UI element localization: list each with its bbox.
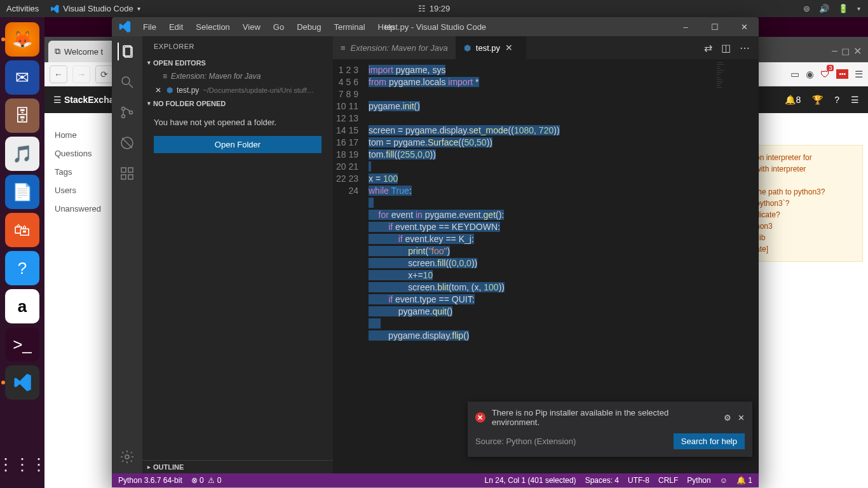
ubuntu-dock: 🦊 ✉ 🗄 🎵 📄 🛍 ? a >_ ⋮⋮⋮	[0, 17, 44, 488]
reload-button[interactable]: ⟳	[95, 65, 113, 83]
minimap[interactable]: ▬▬▬▬▬▬▬▬▬▬▬▬▬▬▬▬▬▬▬▬▬▬▬▬▬▬▬▬▬▬▬▬▬▬▬▬▬▬▬▬…	[714, 59, 759, 148]
maximize-icon[interactable]: ◻	[841, 45, 850, 57]
status-eol[interactable]: CRLF	[658, 476, 678, 485]
app-name-label: Visual Studio Code	[63, 4, 133, 13]
split-icon[interactable]: ◫	[721, 42, 731, 54]
status-language[interactable]: Python	[687, 476, 710, 485]
vscode-launcher[interactable]	[5, 365, 39, 400]
activities-button[interactable]: Activities	[6, 4, 39, 13]
status-cursor[interactable]: Ln 24, Col 1 (401 selected)	[485, 476, 576, 485]
menu-terminal[interactable]: Terminal	[328, 20, 370, 34]
pocket-icon[interactable]: ◉	[806, 69, 814, 80]
extensions-icon[interactable]	[118, 165, 136, 182]
lastpass-icon[interactable]: •••	[836, 69, 848, 79]
no-folder-section[interactable]: NO FOLDER OPENED	[142, 97, 333, 110]
notification-message: There is no Pip installer available in t…	[492, 408, 717, 427]
menu-debug[interactable]: Debug	[291, 20, 327, 34]
app-menu[interactable]: Visual Studio Code ▾	[50, 4, 140, 13]
maximize-button[interactable]: ☐	[700, 17, 729, 36]
tab-maven[interactable]: ≡ Extension: Maven for Java	[333, 36, 456, 59]
battery-icon[interactable]: 🔋	[838, 4, 848, 13]
stackexchange-logo[interactable]: ☰ StackExcha	[53, 95, 114, 105]
menu-selection[interactable]: Selection	[190, 20, 235, 34]
tab-title: Welcome t	[64, 47, 103, 57]
explorer-icon[interactable]	[118, 43, 135, 60]
editor-path: ~/Documents/update-uni/Uni stuff…	[203, 86, 313, 94]
close-icon[interactable]: ✕	[505, 43, 513, 53]
tab-test[interactable]: ⬢ test.py ✕	[456, 36, 526, 59]
close-icon[interactable]: ✕	[738, 413, 745, 423]
close-button[interactable]: ✕	[729, 17, 759, 36]
error-icon: ✕	[475, 412, 485, 423]
vscode-titlebar[interactable]: File Edit Selection View Go Debug Termin…	[112, 17, 759, 36]
open-editor-maven[interactable]: ≡ Extension: Maven for Java	[142, 69, 333, 83]
activity-bar	[112, 36, 142, 473]
svg-line-8	[122, 138, 132, 148]
clock[interactable]: ☷ 19:29	[418, 4, 451, 13]
window-title: test.py - Visual Studio Code	[384, 22, 486, 32]
thunderbird-launcher[interactable]: ✉	[5, 60, 39, 95]
compare-icon[interactable]: ⇄	[704, 42, 712, 54]
volume-icon[interactable]: 🔊	[819, 4, 829, 13]
ubuntu-top-bar: Activities Visual Studio Code ▾ ☷ 19:29 …	[0, 0, 868, 17]
trophy-icon[interactable]: 🏆	[812, 95, 823, 105]
svg-rect-11	[128, 175, 133, 179]
calendar-icon: ☷	[418, 4, 426, 13]
status-feedback-icon[interactable]: ☺	[720, 476, 728, 485]
chevron-down-icon[interactable]: ▾	[857, 5, 860, 12]
more-icon[interactable]: ⋯	[740, 42, 750, 54]
svg-point-13	[125, 455, 129, 459]
menu-icon[interactable]: ☰	[855, 69, 863, 80]
open-editors-section[interactable]: OPEN EDITORS	[142, 57, 333, 69]
menu-view[interactable]: View	[237, 20, 266, 34]
files-launcher[interactable]: 🗄	[5, 98, 39, 133]
menu-file[interactable]: File	[137, 20, 162, 34]
open-folder-button[interactable]: Open Folder	[154, 136, 322, 153]
search-help-button[interactable]: Search for help	[674, 433, 745, 449]
back-button[interactable]: ←	[50, 65, 67, 83]
status-spaces[interactable]: Spaces: 4	[585, 476, 619, 485]
status-problems[interactable]: ⊗ 0 ⚠ 0	[191, 476, 222, 485]
minimize-icon[interactable]: –	[832, 45, 837, 57]
wifi-icon[interactable]: ⊚	[803, 4, 810, 13]
menu-edit[interactable]: Edit	[163, 20, 189, 34]
menu-go[interactable]: Go	[268, 20, 290, 34]
chevron-down-icon: ▾	[137, 5, 140, 12]
rhythmbox-launcher[interactable]: 🎵	[5, 137, 39, 171]
explorer-sidebar: EXPLORER OPEN EDITORS ≡ Extension: Maven…	[142, 36, 333, 473]
ublock-icon[interactable]: 🛡3	[820, 69, 830, 79]
settings-icon[interactable]	[118, 448, 136, 466]
forward-button[interactable]: →	[72, 65, 90, 83]
svg-point-4	[122, 107, 125, 111]
gear-icon[interactable]: ⚙	[724, 413, 731, 423]
svg-rect-10	[121, 175, 126, 179]
status-bar: Python 3.6.7 64-bit ⊗ 0 ⚠ 0 Ln 24, Col 1…	[112, 473, 759, 487]
minimize-button[interactable]: –	[671, 17, 700, 36]
status-bell-icon[interactable]: 🔔 1	[736, 476, 752, 485]
close-icon[interactable]: ✕	[853, 45, 862, 57]
tab-label: Extension: Maven for Java	[351, 43, 448, 53]
open-editor-test[interactable]: ✕ ⬢ test.py ~/Documents/update-uni/Uni s…	[142, 83, 333, 97]
notification-toast: ✕ There is no Pip installer available in…	[468, 402, 752, 457]
software-launcher[interactable]: 🛍	[5, 213, 39, 247]
browser-tab[interactable]: ⧉Welcome t	[48, 41, 118, 62]
show-apps-button[interactable]: ⋮⋮⋮	[5, 447, 39, 482]
python-icon: ⬢	[464, 43, 471, 53]
help-icon[interactable]: ?	[834, 95, 839, 105]
writer-launcher[interactable]: 📄	[5, 175, 39, 209]
terminal-launcher[interactable]: >_	[5, 327, 39, 362]
status-python-version[interactable]: Python 3.6.7 64-bit	[118, 476, 182, 485]
debug-icon[interactable]	[118, 134, 136, 152]
outline-section[interactable]: OUTLINE	[142, 460, 333, 473]
firefox-launcher[interactable]: 🦊	[5, 22, 39, 57]
search-icon[interactable]	[118, 73, 136, 91]
scm-icon[interactable]	[118, 104, 136, 121]
help-launcher[interactable]: ?	[5, 251, 39, 285]
site-switcher-icon[interactable]: ☰	[851, 95, 859, 105]
inbox-icon[interactable]: 🔔8	[785, 95, 801, 105]
status-encoding[interactable]: UTF-8	[628, 476, 649, 485]
amazon-launcher[interactable]: a	[5, 289, 39, 323]
svg-point-5	[122, 115, 125, 118]
close-icon[interactable]: ✕	[154, 86, 163, 95]
reader-icon[interactable]: ▭	[790, 69, 799, 80]
